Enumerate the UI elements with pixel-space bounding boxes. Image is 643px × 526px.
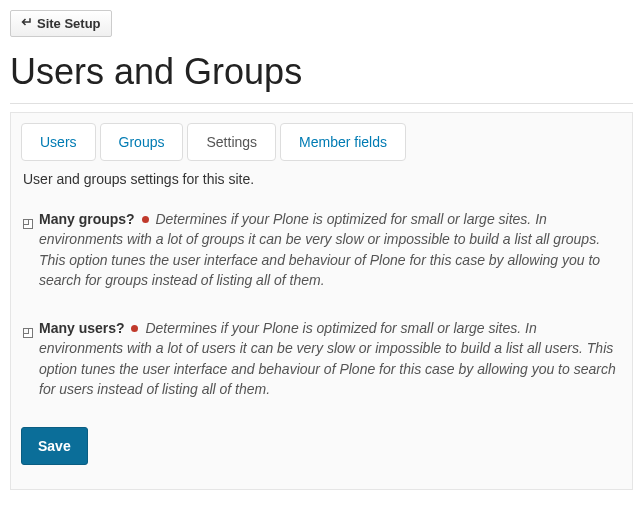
- checkbox-many-groups[interactable]: [23, 214, 33, 234]
- site-setup-button[interactable]: Site Setup: [10, 10, 112, 37]
- settings-panel: Users Groups Settings Member fields User…: [10, 112, 633, 490]
- tab-settings[interactable]: Settings: [187, 123, 276, 161]
- save-button[interactable]: Save: [21, 427, 88, 465]
- label-many-users: Many users?: [39, 320, 125, 336]
- tab-member-fields[interactable]: Member fields: [280, 123, 406, 161]
- field-many-groups: Many groups? Determines if your Plone is…: [23, 209, 620, 290]
- required-icon: [142, 216, 149, 223]
- field-many-users: Many users? Determines if your Plone is …: [23, 318, 620, 399]
- desc-many-users: Determines if your Plone is optimized fo…: [39, 320, 616, 397]
- site-setup-label: Site Setup: [37, 16, 101, 31]
- tabs: Users Groups Settings Member fields: [21, 123, 622, 161]
- return-icon: [21, 16, 33, 31]
- svg-rect-1: [24, 220, 29, 225]
- tab-users[interactable]: Users: [21, 123, 96, 161]
- intro-text: User and groups settings for this site.: [23, 171, 620, 187]
- svg-rect-3: [24, 329, 29, 334]
- checkbox-many-users[interactable]: [23, 323, 33, 343]
- divider: [10, 103, 633, 104]
- label-many-groups: Many groups?: [39, 211, 135, 227]
- required-icon: [131, 325, 138, 332]
- tab-groups[interactable]: Groups: [100, 123, 184, 161]
- page-title: Users and Groups: [10, 51, 633, 93]
